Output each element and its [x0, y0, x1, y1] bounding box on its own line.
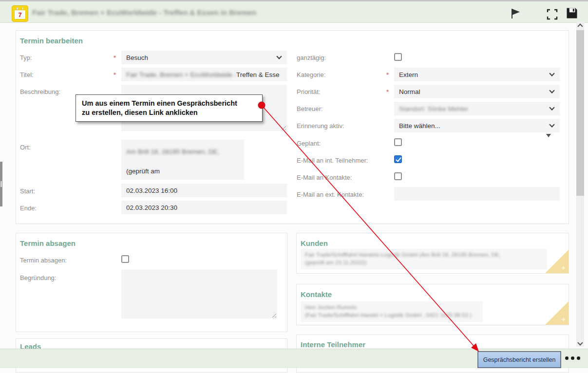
scrollbar-thumb[interactable]: [576, 30, 584, 196]
kontakt-list-item[interactable]: Herr Jochen Rumohr (Fair Trade/Schifffah…: [301, 301, 483, 322]
title-bar: 7 Fair Trade, Bremen + EcuWorldwide - Tr…: [0, 1, 588, 23]
chevron-down-icon: [549, 71, 554, 76]
begruendung-label: Begründung:: [20, 274, 56, 281]
section-title: Interne Teilnehmer: [301, 340, 365, 349]
titel-label: Titel:: [20, 71, 34, 78]
ende-input[interactable]: 02.03.2023 20:30: [121, 201, 287, 214]
calendar-icon: 7: [12, 5, 28, 22]
typ-label: Typ:: [20, 54, 32, 61]
add-kunde-button[interactable]: +: [561, 263, 566, 272]
start-label: Start:: [20, 187, 35, 195]
section-title: Kunden: [301, 239, 328, 247]
gespraechsbericht-erstellen-button[interactable]: Gesprächsbericht erstellen: [477, 351, 561, 368]
section-title: Termin absagen: [20, 239, 76, 247]
titel-input[interactable]: Fair Trade, Bremen + EcuWorldwide - Tref…: [121, 68, 287, 81]
resize-handle-icon[interactable]: [270, 312, 276, 317]
chevron-down-icon: [549, 88, 554, 93]
absagen-checkbox[interactable]: [121, 255, 129, 263]
annotation-tooltip: Um aus einem Termin einen Gesprächsberic…: [76, 94, 263, 122]
kunden-card: Kunden Fair Trade/Schifffahrt Handels-Lo…: [296, 233, 569, 274]
ort-input[interactable]: Am Brill 18, 28195 Bremen, DE, (geprüft …: [121, 140, 244, 180]
chevron-down-icon: [549, 105, 554, 110]
erinnerung-select[interactable]: Bitte wählen...: [394, 119, 560, 132]
chevron-down-icon: [276, 54, 282, 59]
prioritaet-label: Priorität:: [297, 88, 320, 95]
ganztaegig-checkbox[interactable]: [394, 53, 402, 61]
kategorie-label: Kategorie:: [297, 71, 325, 78]
fullscreen-icon[interactable]: [547, 9, 558, 20]
ganztaegig-label: ganztägig:: [297, 54, 326, 61]
email-kontakte-label: E-Mail an Kontakte:: [297, 174, 352, 181]
kunde-list-item[interactable]: Fair Trade/Schifffahrt Handels-Logistik …: [301, 249, 547, 269]
email-int-checkbox[interactable]: [394, 155, 402, 163]
betreuer-select[interactable]: Standort: Sönke Mehler: [394, 102, 560, 115]
required-mark: *: [386, 71, 389, 78]
start-input[interactable]: 02.03.2023 16:00: [121, 184, 287, 197]
add-kontakt-button[interactable]: +: [561, 315, 566, 323]
dropdown-arrow-icon[interactable]: [546, 134, 551, 137]
email-int-label: E-Mail an int. Teilnehmer:: [297, 157, 368, 164]
ort-label: Ort:: [20, 144, 31, 151]
termin-absagen-card: Termin absagen Termin absagen: Begründun…: [16, 233, 287, 332]
absagen-label: Termin absagen:: [20, 257, 67, 264]
section-title: Kontakte: [301, 290, 332, 298]
appointment-edit-window: 7 Fair Trade, Bremen + EcuWorldwide - Tr…: [0, 0, 588, 373]
flag-icon[interactable]: [510, 8, 521, 19]
sidebar-collapse-handle[interactable]: [0, 162, 2, 206]
section-title: Termin bearbeiten: [20, 37, 83, 45]
prioritaet-select[interactable]: Normal: [394, 85, 560, 98]
ende-label: Ende:: [20, 205, 37, 212]
more-actions-button[interactable]: [565, 356, 582, 361]
email-ext-input[interactable]: [394, 187, 560, 201]
kontakte-card: Kontakte Herr Jochen Rumohr (Fair Trade/…: [296, 284, 569, 325]
betreuer-label: Betreuer:: [297, 105, 322, 112]
required-mark: *: [386, 88, 389, 95]
kategorie-select[interactable]: Extern: [394, 68, 560, 81]
required-mark: *: [114, 54, 116, 61]
window-title: Fair Trade, Bremen + EcuWorldwide - Tref…: [32, 8, 256, 17]
geplant-checkbox[interactable]: [394, 138, 402, 146]
geplant-label: Geplant:: [297, 140, 321, 147]
termin-bearbeiten-card: Termin bearbeiten Typ: * Besuch Titel: *…: [16, 30, 569, 224]
email-ext-label: E-Mail an ext. Kontakte:: [297, 191, 364, 198]
required-mark: *: [114, 71, 116, 78]
resize-handle-icon[interactable]: [280, 124, 286, 130]
save-icon[interactable]: [565, 6, 579, 20]
typ-select[interactable]: Besuch: [121, 51, 287, 64]
chevron-down-icon: [549, 122, 554, 127]
calendar-day-number: 7: [12, 11, 28, 19]
begruendung-textarea[interactable]: [121, 270, 277, 318]
erinnerung-label: Erinnerung aktiv:: [297, 122, 344, 130]
email-kontakte-checkbox[interactable]: [394, 172, 402, 180]
beschreibung-label: Beschreibung:: [20, 88, 60, 95]
